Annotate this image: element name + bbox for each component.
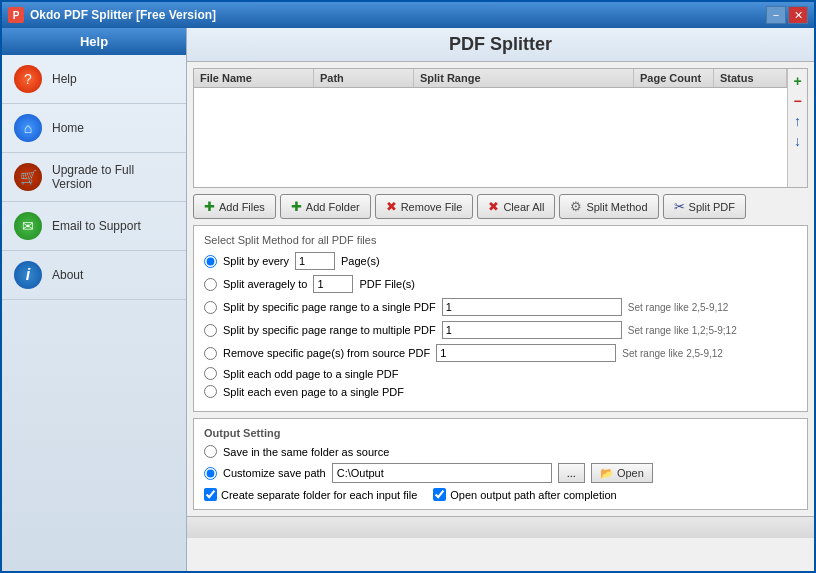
split-method-section: Select Split Method for all PDF files Sp… xyxy=(193,225,808,412)
split-specific-multi-hint: Set range like 1,2;5-9;12 xyxy=(628,325,737,336)
output-same-folder-radio[interactable] xyxy=(204,445,217,458)
split-specific-multi-input[interactable] xyxy=(442,321,622,339)
clear-all-button[interactable]: ✖ Clear All xyxy=(477,194,555,219)
split-specific-single-label[interactable]: Split by specific page range to a single… xyxy=(223,301,436,313)
browse-button[interactable]: ... xyxy=(558,463,585,483)
split-remove-hint: Set range like 2,5-9,12 xyxy=(622,348,723,359)
open-label: Open xyxy=(617,467,644,479)
remove-file-button[interactable]: ✖ Remove File xyxy=(375,194,474,219)
split-odd-label[interactable]: Split each odd page to a single PDF xyxy=(223,368,399,380)
split-specific-single-input[interactable] xyxy=(442,298,622,316)
split-every-input[interactable] xyxy=(295,252,335,270)
split-avg-radio[interactable] xyxy=(204,278,217,291)
move-up-button[interactable]: ↑ xyxy=(790,113,806,129)
status-bar xyxy=(187,516,814,538)
split-remove-label[interactable]: Remove specific page(s) from source PDF xyxy=(223,347,430,359)
sidebar-item-home[interactable]: ⌂ Home xyxy=(2,104,186,153)
output-path-input[interactable] xyxy=(332,463,552,483)
output-custom-path-radio[interactable] xyxy=(204,467,217,480)
split-option-even: Split each even page to a single PDF xyxy=(204,385,797,398)
split-remove-input[interactable] xyxy=(436,344,616,362)
col-splitrange: Split Range xyxy=(414,69,634,87)
move-down-button[interactable]: ↓ xyxy=(790,133,806,149)
split-method-label: Split Method xyxy=(586,201,647,213)
split-pdf-button[interactable]: ✂ Split PDF xyxy=(663,194,746,219)
split-even-radio[interactable] xyxy=(204,385,217,398)
split-every-label-pre[interactable]: Split by every xyxy=(223,255,289,267)
file-table: File Name Path Split Range Page Count St… xyxy=(194,69,787,187)
split-remove-radio[interactable] xyxy=(204,347,217,360)
open-after-checkbox-item: Open output path after completion xyxy=(433,488,616,501)
close-button[interactable]: ✕ xyxy=(788,6,808,24)
create-folder-checkbox[interactable] xyxy=(204,488,217,501)
panel-title: PDF Splitter xyxy=(187,28,814,62)
title-bar: P Okdo PDF Splitter [Free Version] − ✕ xyxy=(2,2,814,28)
remove-file-label: Remove File xyxy=(401,201,463,213)
create-folder-label[interactable]: Create separate folder for each input fi… xyxy=(221,489,417,501)
split-option-every: Split by every Page(s) xyxy=(204,252,797,270)
add-row-button[interactable]: + xyxy=(790,73,806,89)
output-title: Output Setting xyxy=(204,427,797,439)
split-option-average: Split averagely to PDF File(s) xyxy=(204,275,797,293)
split-specific-multi-radio[interactable] xyxy=(204,324,217,337)
add-folder-button[interactable]: ✚ Add Folder xyxy=(280,194,371,219)
col-filename: File Name xyxy=(194,69,314,87)
output-same-folder-label[interactable]: Save in the same folder as source xyxy=(223,446,389,458)
app-icon: P xyxy=(8,7,24,23)
add-folder-icon: ✚ xyxy=(291,199,302,214)
open-after-label[interactable]: Open output path after completion xyxy=(450,489,616,501)
split-specific-single-hint: Set range like 2,5-9,12 xyxy=(628,302,729,313)
split-specific-single-radio[interactable] xyxy=(204,301,217,314)
sidebar-item-help[interactable]: ? Help xyxy=(2,55,186,104)
split-avg-label-post: PDF File(s) xyxy=(359,278,415,290)
sidebar-item-about[interactable]: i About xyxy=(2,251,186,300)
sidebar-item-about-label: About xyxy=(52,268,83,282)
title-bar-left: P Okdo PDF Splitter [Free Version] xyxy=(8,7,216,23)
home-icon: ⌂ xyxy=(14,114,42,142)
minimize-button[interactable]: − xyxy=(766,6,786,24)
output-custom-path-row: Customize save path ... 📂 Open xyxy=(204,463,797,483)
sidebar-item-upgrade[interactable]: 🛒 Upgrade to Full Version xyxy=(2,153,186,202)
window-title: Okdo PDF Splitter [Free Version] xyxy=(30,8,216,22)
open-after-checkbox[interactable] xyxy=(433,488,446,501)
sidebar-item-email[interactable]: ✉ Email to Support xyxy=(2,202,186,251)
split-option-odd: Split each odd page to a single PDF xyxy=(204,367,797,380)
split-pdf-icon: ✂ xyxy=(674,199,685,214)
split-method-button[interactable]: ⚙ Split Method xyxy=(559,194,658,219)
checkbox-row: Create separate folder for each input fi… xyxy=(204,488,797,501)
add-files-button[interactable]: ✚ Add Files xyxy=(193,194,276,219)
output-custom-path-label[interactable]: Customize save path xyxy=(223,467,326,479)
col-status: Status xyxy=(714,69,787,87)
split-avg-label-pre[interactable]: Split averagely to xyxy=(223,278,307,290)
split-option-remove: Remove specific page(s) from source PDF … xyxy=(204,344,797,362)
action-bar: ✚ Add Files ✚ Add Folder ✖ Remove File ✖… xyxy=(187,194,814,225)
split-option-specific-multi: Split by specific page range to multiple… xyxy=(204,321,797,339)
col-path: Path xyxy=(314,69,414,87)
output-same-folder-row: Save in the same folder as source xyxy=(204,445,797,458)
output-section: Output Setting Save in the same folder a… xyxy=(193,418,808,510)
remove-file-icon: ✖ xyxy=(386,199,397,214)
split-every-radio[interactable] xyxy=(204,255,217,268)
create-folder-checkbox-item: Create separate folder for each input fi… xyxy=(204,488,417,501)
split-every-label-post: Page(s) xyxy=(341,255,380,267)
add-folder-label: Add Folder xyxy=(306,201,360,213)
open-folder-icon: 📂 xyxy=(600,467,614,480)
about-icon: i xyxy=(14,261,42,289)
email-icon: ✉ xyxy=(14,212,42,240)
table-header: File Name Path Split Range Page Count St… xyxy=(194,69,787,88)
open-button[interactable]: 📂 Open xyxy=(591,463,653,483)
file-table-container: File Name Path Split Range Page Count St… xyxy=(193,68,808,188)
upgrade-icon: 🛒 xyxy=(14,163,42,191)
split-specific-multi-label[interactable]: Split by specific page range to multiple… xyxy=(223,324,436,336)
split-even-label[interactable]: Split each even page to a single PDF xyxy=(223,386,404,398)
split-method-icon: ⚙ xyxy=(570,199,582,214)
sidebar: Help ? Help ⌂ Home 🛒 Upgrade to Full Ver… xyxy=(2,28,187,571)
main-window: P Okdo PDF Splitter [Free Version] − ✕ H… xyxy=(0,0,816,573)
remove-row-button[interactable]: − xyxy=(790,93,806,109)
sidebar-item-home-label: Home xyxy=(52,121,84,135)
sidebar-item-help-label: Help xyxy=(52,72,77,86)
sidebar-item-email-label: Email to Support xyxy=(52,219,141,233)
split-odd-radio[interactable] xyxy=(204,367,217,380)
sidebar-item-upgrade-label: Upgrade to Full Version xyxy=(52,163,174,191)
split-avg-input[interactable] xyxy=(313,275,353,293)
